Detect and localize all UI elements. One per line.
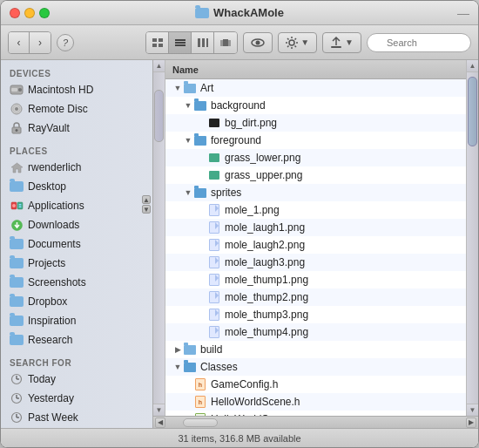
sidebar-item-yesterday[interactable]: Yesterday: [1, 389, 152, 408]
table-row[interactable]: grass_upper.png: [165, 166, 466, 184]
sidebar-item-screenshots[interactable]: Screenshots: [1, 273, 152, 292]
sidebar-item-research[interactable]: Research: [1, 330, 152, 350]
svg-rect-28: [17, 202, 23, 209]
name-column-header: Name: [172, 64, 199, 75]
h-scroll-right[interactable]: ▶: [466, 417, 476, 428]
hd-icon: [10, 83, 24, 97]
sidebar-item-all-images[interactable]: All Images: [1, 427, 152, 428]
home-icon: [10, 160, 24, 174]
table-row[interactable]: mole_thump1.png: [165, 271, 466, 288]
sidebar-item-rwenderlich[interactable]: rwenderlich: [1, 158, 152, 177]
file-name-grass-lower: grass_lower.png: [225, 152, 300, 164]
r-scroll-down-button[interactable]: ▼: [467, 404, 478, 416]
scroll-down-button[interactable]: ▼: [153, 404, 165, 416]
disclosure-triangle-classes[interactable]: [172, 363, 183, 371]
sidebar-item-applications[interactable]: Applications: [1, 196, 152, 215]
view-list-button[interactable]: [169, 32, 192, 53]
forward-button[interactable]: ›: [30, 32, 51, 53]
sidebar-item-macintosh-hd[interactable]: Macintosh HD: [1, 80, 152, 99]
h-scroll-thumb[interactable]: [183, 418, 218, 427]
sidebar-label-projects: Projects: [28, 257, 65, 269]
disclosure-triangle[interactable]: [183, 136, 193, 145]
file-icon-laugh1: [207, 221, 221, 234]
close-button[interactable]: [10, 8, 20, 18]
sidebar-scroll-down[interactable]: ▼: [142, 205, 151, 214]
disc-icon: [10, 102, 24, 116]
table-row[interactable]: mole_laugh3.png: [165, 254, 466, 271]
sidebar-item-desktop[interactable]: Desktop: [1, 177, 152, 196]
eye-action-button[interactable]: [243, 32, 273, 53]
sidebar-item-past-week[interactable]: Past Week: [1, 408, 152, 427]
file-icon-m1: m: [193, 412, 207, 416]
file-name-sprites: sprites: [211, 187, 241, 199]
sidebar-item-remote-disc[interactable]: Remote Disc: [1, 99, 152, 119]
back-button[interactable]: ‹: [9, 32, 30, 53]
svg-point-26: [16, 129, 18, 132]
table-row[interactable]: mole_laugh2.png: [165, 236, 466, 254]
table-row[interactable]: mole_laugh1.png: [165, 219, 466, 236]
table-row[interactable]: sprites: [165, 184, 466, 201]
traffic-lights: [10, 8, 50, 18]
table-row[interactable]: build: [165, 341, 466, 358]
table-row[interactable]: mole_thump4.png: [165, 323, 466, 341]
file-icon-thump1: [207, 273, 221, 287]
sidebar-label-yesterday: Yesterday: [28, 392, 74, 404]
vault-icon: [10, 121, 24, 135]
table-row[interactable]: bg_dirt.png: [165, 114, 466, 132]
disclosure-triangle-sprites[interactable]: [183, 188, 193, 197]
table-row[interactable]: mole_thump3.png: [165, 306, 466, 323]
r-scroll-thumb[interactable]: [468, 77, 477, 146]
today-icon: [10, 372, 24, 386]
yesterday-icon: [10, 391, 24, 405]
disclosure-triangle-build[interactable]: [172, 345, 183, 354]
sidebar-item-documents[interactable]: Documents: [1, 234, 152, 254]
main-content: DEVICES Macintosh HD: [1, 60, 478, 428]
sidebar-section-devices: DEVICES Macintosh HD: [1, 67, 152, 138]
sidebar-item-projects[interactable]: Projects: [1, 254, 152, 273]
sidebar-label-research: Research: [28, 334, 72, 346]
sidebar-item-rayvault[interactable]: RayVault: [1, 119, 152, 138]
r-scroll-up-button[interactable]: ▲: [467, 60, 478, 72]
table-row[interactable]: grass_lower.png: [165, 149, 466, 166]
applications-icon: [10, 199, 24, 213]
disclosure-triangle[interactable]: [183, 101, 193, 110]
dt-e4: [197, 206, 207, 214]
table-row[interactable]: background: [165, 97, 466, 114]
help-button[interactable]: ?: [57, 34, 74, 51]
table-row[interactable]: mole_1.png: [165, 201, 466, 219]
finder-window: WhackAMole — ‹ › ?: [0, 0, 479, 448]
file-list: Art background: [165, 79, 466, 416]
sidebar-scroll-up[interactable]: ▲: [142, 195, 151, 204]
view-columns-button[interactable]: [192, 32, 214, 53]
dt-e13: [183, 397, 193, 406]
sidebar-item-today[interactable]: Today: [1, 370, 152, 389]
sidebar-item-dropbox[interactable]: Dropbox: [1, 292, 152, 311]
disclosure-triangle[interactable]: [172, 84, 183, 92]
table-row[interactable]: mole_thump2.png: [165, 288, 466, 306]
view-coverflow-button[interactable]: [214, 32, 237, 53]
table-row[interactable]: h GameConfig.h: [165, 376, 466, 393]
scroll-up-button[interactable]: ▲: [153, 60, 165, 72]
bottom-scroll-bar: ◀ ▶: [153, 416, 478, 428]
scroll-thumb[interactable]: [154, 90, 164, 142]
search-input[interactable]: [367, 33, 471, 52]
left-scroll-bar: ▲ ▼: [153, 60, 165, 416]
h-scroll-left[interactable]: ◀: [155, 417, 165, 428]
window-resize-control[interactable]: —: [457, 7, 469, 19]
table-row[interactable]: Art: [165, 79, 466, 97]
scroll-track: [153, 72, 165, 404]
file-icon-thump2: [207, 290, 221, 304]
svg-rect-30: [18, 204, 21, 206]
view-icon-button[interactable]: [146, 32, 169, 53]
table-row[interactable]: h HelloWorldScene.h: [165, 393, 466, 411]
minimize-button[interactable]: [24, 8, 35, 18]
sidebar-item-inspiration[interactable]: Inspiration: [1, 311, 152, 330]
sidebar-item-downloads[interactable]: Downloads: [1, 215, 152, 234]
table-row[interactable]: foreground: [165, 132, 466, 149]
gear-action-button[interactable]: ▼: [278, 32, 317, 53]
maximize-button[interactable]: [39, 8, 50, 18]
upload-action-button[interactable]: ▼: [322, 32, 361, 53]
folder-icon-build: [183, 343, 197, 356]
dt-e9: [197, 293, 207, 302]
table-row[interactable]: Classes: [165, 358, 466, 376]
